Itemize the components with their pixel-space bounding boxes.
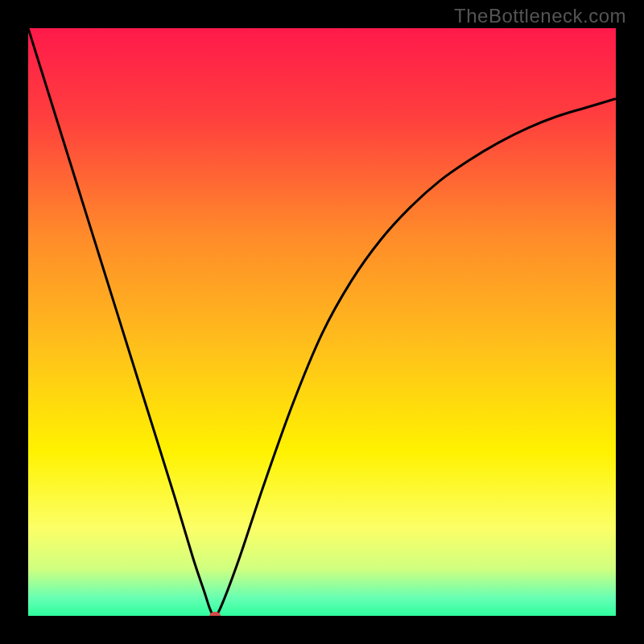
chart-plot-area xyxy=(28,28,616,616)
chart-svg xyxy=(28,28,616,616)
gradient-background xyxy=(28,28,616,616)
watermark-text: TheBottleneck.com xyxy=(454,5,626,27)
